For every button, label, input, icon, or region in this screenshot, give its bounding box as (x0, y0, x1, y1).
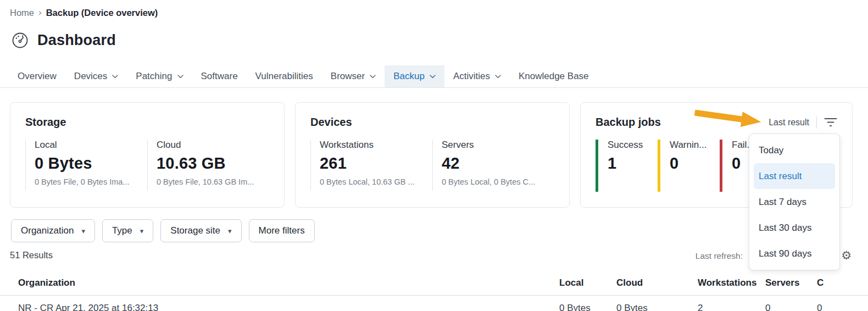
stat-label: Local (35, 140, 147, 151)
storage-cloud-stat: Cloud 10.63 GB 0 Bytes File, 10.63 GB Im… (147, 140, 269, 191)
column-header-workstations[interactable]: Workstations (698, 277, 765, 288)
results-row: 51 Results Last refresh: ⚙ (0, 250, 868, 264)
devices-workstations-stat: Workstations 261 0 Bytes Local, 10.63 GB… (310, 140, 432, 191)
tab-activities[interactable]: Activities (444, 65, 510, 87)
chevron-down-icon (430, 75, 436, 79)
table-header-row: Organization Local Cloud Workstations Se… (0, 277, 868, 296)
stat-value: 1 (608, 154, 658, 173)
dropdown-item-last-30-days[interactable]: Last 30 days (754, 215, 835, 241)
breadcrumb-home-link[interactable]: Home (10, 8, 34, 18)
filter-lines-icon[interactable] (824, 116, 837, 129)
storage-site-filter-button[interactable]: Storage site ▾ (160, 219, 241, 242)
backup-dashboard-page: { "breadcrumb": { "home": "Home", "separ… (0, 0, 868, 311)
backup-jobs-card-title: Backup jobs (596, 116, 661, 129)
column-header-c[interactable]: C (817, 277, 864, 288)
dropdown-item-last-7-days[interactable]: Last 7 days (754, 189, 835, 215)
devices-card: Devices Workstations 261 0 Bytes Local, … (295, 102, 570, 208)
stat-label: Servers (442, 140, 554, 151)
dropdown-triangle-icon: ▾ (140, 227, 144, 235)
divider (816, 116, 817, 129)
filter-bar: Organization ▾ Type ▾ Storage site ▾ Mor… (11, 219, 868, 242)
stat-label: Warnin... (670, 140, 720, 151)
backup-warning-stat: Warnin... 0 (658, 140, 720, 192)
devices-servers-stat: Servers 42 0 Bytes Local, 0 Bytes C... (432, 140, 554, 191)
organization-filter-button[interactable]: Organization ▾ (11, 219, 95, 242)
breadcrumb-separator-icon: › (38, 7, 42, 18)
tab-patching[interactable]: Patching (127, 65, 192, 87)
dropdown-triangle-icon: ▾ (81, 227, 85, 235)
stat-label: Workstations (320, 140, 432, 151)
stat-sublabel: 0 Bytes Local, 0 Bytes C... (442, 177, 554, 186)
tab-bar: Overview Devices Patching Software Vulne… (0, 65, 868, 88)
type-filter-button[interactable]: Type ▾ (102, 219, 153, 242)
stat-value: 0 Bytes (35, 154, 147, 173)
stat-sublabel: 0 Bytes File, 0 Bytes Ima... (35, 177, 147, 186)
stat-value: 0 (670, 154, 720, 173)
chevron-down-icon (495, 75, 501, 79)
column-header-servers[interactable]: Servers (765, 277, 817, 288)
tab-overview[interactable]: Overview (9, 65, 65, 87)
tab-browser[interactable]: Browser (322, 65, 385, 87)
time-range-control: Last result (769, 116, 837, 129)
cell-c: 0 (817, 303, 864, 311)
column-header-cloud[interactable]: Cloud (616, 277, 698, 288)
breadcrumb: Home › Backup (Device overview) (0, 0, 868, 18)
more-filters-button[interactable]: More filters (249, 219, 315, 242)
cell-servers: 0 (765, 303, 817, 311)
settings-gear-icon[interactable]: ⚙ (841, 249, 852, 262)
last-refresh-label: Last refresh: (695, 251, 743, 261)
tab-software[interactable]: Software (192, 65, 247, 87)
cell-organization: NR - CR Apr 21, 2025 at 16:32:13 (18, 303, 559, 311)
column-header-local[interactable]: Local (559, 277, 616, 288)
tab-devices[interactable]: Devices (65, 65, 127, 87)
results-count: 51 Results (10, 250, 53, 260)
dropdown-item-last-90-days[interactable]: Last 90 days (754, 241, 835, 266)
cell-cloud: 0 Bytes (616, 303, 698, 311)
cell-local: 0 Bytes (559, 303, 616, 311)
dropdown-item-last-result[interactable]: Last result (754, 163, 835, 189)
tab-backup[interactable]: Backup (385, 65, 444, 87)
results-table: Organization Local Cloud Workstations Se… (0, 277, 868, 311)
dashboard-gauge-icon (11, 31, 29, 49)
summary-cards: Storage Local 0 Bytes 0 Bytes File, 0 By… (10, 102, 853, 208)
storage-local-stat: Local 0 Bytes 0 Bytes File, 0 Bytes Ima.… (25, 140, 147, 191)
page-title: Dashboard (37, 32, 116, 49)
dropdown-triangle-icon: ▾ (228, 227, 232, 235)
breadcrumb-current: Backup (Device overview) (46, 8, 158, 18)
chevron-down-icon (177, 75, 183, 79)
stat-label: Success (608, 140, 658, 151)
stat-value: 42 (442, 154, 554, 173)
dropdown-item-today[interactable]: Today (754, 137, 835, 163)
table-row[interactable]: NR - CR Apr 21, 2025 at 16:32:13 0 Bytes… (0, 296, 868, 311)
stat-value: 261 (320, 154, 432, 173)
stat-label: Cloud (157, 140, 269, 151)
devices-card-title: Devices (310, 116, 352, 129)
tab-knowledge-base[interactable]: Knowledge Base (510, 65, 598, 87)
page-header: Dashboard (11, 31, 868, 49)
backup-success-stat: Success 1 (596, 140, 658, 192)
stat-sublabel: 0 Bytes Local, 10.63 GB ... (320, 177, 432, 186)
tab-vulnerabilities[interactable]: Vulnerabilities (247, 65, 322, 87)
storage-card-title: Storage (25, 116, 66, 129)
cell-workstations: 2 (698, 303, 765, 311)
chevron-down-icon (370, 75, 376, 79)
chevron-down-icon (112, 75, 118, 79)
column-header-organization[interactable]: Organization (18, 277, 559, 288)
time-range-dropdown: Today Last result Last 7 days Last 30 da… (749, 134, 840, 270)
time-range-value[interactable]: Last result (769, 118, 809, 127)
storage-card: Storage Local 0 Bytes 0 Bytes File, 0 By… (10, 102, 285, 208)
stat-sublabel: 0 Bytes File, 10.63 GB Im... (157, 177, 269, 186)
stat-value: 10.63 GB (157, 154, 269, 173)
